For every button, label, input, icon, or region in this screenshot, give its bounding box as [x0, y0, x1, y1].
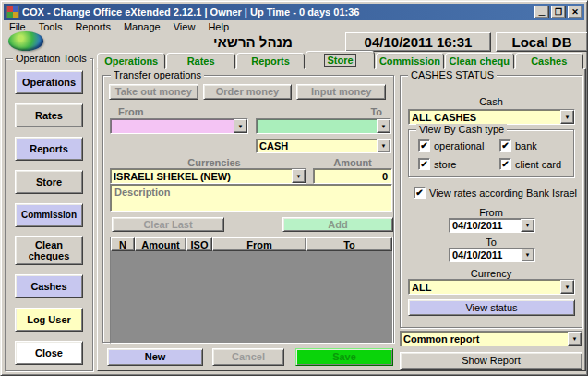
menu-bar: File Tools Reports Manage View Help — [4, 20, 584, 33]
clear-last-button[interactable]: Clear Last — [112, 217, 224, 232]
chevron-down-icon[interactable]: ▼ — [234, 119, 247, 133]
to-select[interactable]: ▼ — [256, 118, 391, 134]
sidebar-button-operations[interactable]: Operations — [15, 70, 83, 94]
chevron-down-icon[interactable]: ▼ — [560, 110, 574, 124]
to-date-label: To — [401, 237, 582, 248]
operation-tools-group: Operation Tools Operations Rates Reports… — [5, 58, 93, 371]
chevron-down-icon[interactable]: ▼ — [377, 119, 390, 133]
currency-select[interactable]: ALL ▼ — [408, 279, 575, 295]
sidebar-button-store[interactable]: Store — [15, 170, 83, 194]
cash-select[interactable]: CASH ▼ — [256, 139, 391, 153]
currencies-select[interactable]: ISRAELI SHEKEL (NEW) ▼ — [110, 168, 306, 184]
input-money-button[interactable]: Input money — [296, 84, 386, 100]
view-by-cash-type-group: View By Cash type ✔ operational ✔ bank ✔… — [408, 129, 574, 177]
checkbox-icon: ✔ — [499, 158, 511, 170]
tab-cashes[interactable]: Cashes — [515, 53, 583, 69]
tab-strip: Operations Rates Reports Store Commissio… — [97, 53, 584, 69]
header-strip: מנהל הרשאי 04/10/2011 16:31 Local DB — [4, 33, 584, 52]
checkbox-operational[interactable]: ✔ operational — [418, 139, 484, 152]
sidebar-button-rates[interactable]: Rates — [15, 103, 83, 127]
transfer-grid[interactable]: N Amount ISO From To — [110, 237, 393, 344]
title-bar: COX - Change Office eXtended 2.12.1 | Ow… — [4, 4, 584, 20]
description-input[interactable]: Description — [110, 184, 392, 212]
sidebar-button-reports[interactable]: Reports — [15, 137, 83, 161]
checkbox-bank[interactable]: ✔ bank — [499, 139, 537, 152]
view-status-button[interactable]: View status — [408, 299, 575, 316]
checkbox-client-card[interactable]: ✔ client card — [499, 158, 561, 170]
tab-clean-cheques[interactable]: Clean chequ — [445, 53, 513, 69]
authorized-manager-label: מנהל הרשאי — [161, 34, 345, 50]
app-icon — [6, 6, 19, 18]
chevron-down-icon[interactable]: ▼ — [568, 332, 582, 346]
checkbox-store[interactable]: ✔ store — [418, 158, 456, 170]
col-from: From — [212, 237, 306, 251]
checkbox-icon: ✔ — [418, 139, 430, 152]
col-amount: Amount — [135, 237, 186, 251]
operation-tools-title: Operation Tools — [13, 53, 90, 64]
maximize-button[interactable]: ❐ — [551, 6, 566, 18]
maximize-icon: ❐ — [555, 8, 562, 17]
menu-manage[interactable]: Manage — [124, 21, 161, 32]
menu-help[interactable]: Help — [208, 21, 229, 32]
transfer-operations-group: Transfer operations Take out money Order… — [102, 75, 394, 343]
app-window: COX - Change Office eXtended 2.12.1 | Ow… — [0, 0, 588, 376]
tab-store[interactable]: Store — [306, 51, 374, 69]
save-button[interactable]: Save — [295, 348, 393, 366]
chevron-down-icon[interactable]: ▼ — [560, 280, 574, 294]
close-icon: ✕ — [571, 8, 579, 17]
add-button[interactable]: Add — [282, 217, 393, 232]
transfer-action-row: Take out money Order money Input money — [109, 84, 386, 100]
grid-header: N Amount ISO From To — [111, 237, 392, 251]
sidebar-button-clean-cheques[interactable]: Clean cheques — [15, 236, 83, 265]
chevron-down-icon[interactable]: ▼ — [521, 219, 534, 232]
from-select[interactable]: ▼ — [110, 118, 248, 134]
sidebar-button-log-user[interactable]: Log User — [15, 308, 83, 332]
currencies-label: Currencies — [159, 157, 270, 168]
cashes-status-group: CASHES STATUS Cash ALL CASHES ▼ View By … — [400, 75, 582, 328]
amount-input[interactable]: 0 — [313, 168, 392, 184]
chevron-down-icon[interactable]: ▼ — [521, 249, 534, 261]
tab-reports[interactable]: Reports — [236, 53, 305, 69]
menu-reports[interactable]: Reports — [75, 21, 111, 32]
sidebar-button-commission[interactable]: Commission — [15, 203, 83, 227]
to-label: To — [370, 106, 382, 117]
checkbox-bank-israel[interactable]: ✔ View rates according Bank Israel — [414, 187, 577, 199]
from-date-label: From — [401, 207, 582, 218]
col-iso: ISO — [186, 237, 212, 251]
datetime-panel: 04/10/2011 16:31 — [345, 32, 491, 52]
tab-rates[interactable]: Rates — [166, 53, 234, 69]
checkbox-icon: ✔ — [414, 187, 426, 199]
sidebar-button-close[interactable]: Close — [15, 341, 83, 365]
chevron-down-icon[interactable]: ▼ — [377, 139, 390, 152]
tab-operations[interactable]: Operations — [97, 53, 165, 69]
globe-icon — [8, 31, 43, 51]
minimize-icon: — — [539, 11, 546, 18]
tab-commission[interactable]: Commission — [376, 53, 444, 69]
cancel-button[interactable]: Cancel — [212, 348, 284, 366]
store-tab-page: Transfer operations Take out money Order… — [97, 68, 586, 371]
from-label: From — [118, 106, 144, 117]
col-n: N — [111, 237, 135, 251]
currency-label: Currency — [401, 268, 582, 279]
checkbox-icon: ✔ — [418, 158, 430, 170]
to-date-select[interactable]: 04/10/2011 ▼ — [449, 248, 535, 262]
cash-select-right[interactable]: ALL CASHES ▼ — [408, 109, 575, 125]
show-report-button[interactable]: Show Report — [400, 352, 582, 370]
amount-label: Amount — [316, 157, 390, 168]
chevron-down-icon[interactable]: ▼ — [292, 169, 306, 183]
menu-view[interactable]: View — [174, 21, 196, 32]
window-title: COX - Change Office eXtended 2.12.1 | Ow… — [22, 6, 534, 18]
cash-label: Cash — [401, 96, 582, 107]
close-button[interactable]: ✕ — [568, 6, 582, 18]
minimize-button[interactable]: — — [534, 6, 549, 18]
take-out-money-button[interactable]: Take out money — [109, 84, 198, 100]
from-date-select[interactable]: 04/10/2011 ▼ — [449, 218, 535, 233]
report-select[interactable]: Common report ▼ — [400, 331, 582, 346]
checkbox-icon: ✔ — [499, 139, 511, 152]
menu-tools[interactable]: Tools — [39, 21, 63, 32]
sidebar-button-cashes[interactable]: Cashes — [15, 274, 83, 298]
grid-body — [111, 251, 392, 343]
col-to: To — [306, 237, 392, 251]
new-button[interactable]: New — [107, 348, 203, 366]
order-money-button[interactable]: Order money — [203, 84, 293, 100]
